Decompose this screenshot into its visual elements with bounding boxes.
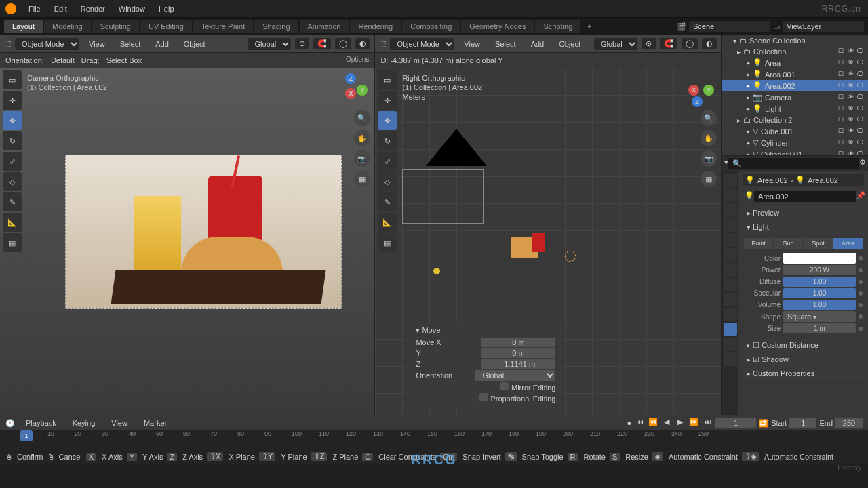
restrict-select-icon[interactable]: ☐ <box>838 105 846 113</box>
hide-icon[interactable]: 👁 <box>848 139 856 147</box>
proportional-checkbox[interactable] <box>479 393 488 401</box>
disable-icon[interactable]: 🖵 <box>857 59 865 67</box>
tool-select-box[interactable]: ▭ <box>3 70 22 89</box>
vp-menu-select-r[interactable]: Select <box>490 37 521 51</box>
ptab-viewlayer[interactable] <box>724 203 737 217</box>
outliner-item[interactable]: ▸ 💡 Area.001☐👁🖵 <box>722 68 868 80</box>
options-dropdown[interactable]: Options <box>346 56 369 63</box>
timeline-editor-icon[interactable]: 🕐 <box>5 419 15 428</box>
ptab-data-light[interactable] <box>724 323 737 336</box>
vp-left-canvas[interactable] <box>0 68 374 415</box>
orientation-select[interactable]: Global <box>248 38 291 50</box>
hide-icon[interactable]: 👁 <box>848 47 856 56</box>
outliner-item[interactable]: ▸ 💡 Area.002☐👁🖵 <box>722 80 868 92</box>
panel-shadow[interactable]: ▸ ☑ Shadow <box>743 353 864 366</box>
tab-layout[interactable]: Layout <box>4 20 43 33</box>
disable-icon[interactable]: 🖵 <box>857 105 865 113</box>
anim-dot[interactable] <box>859 256 863 260</box>
proportional-icon-r[interactable]: ◯ <box>682 38 698 49</box>
tool-measure[interactable]: 📐 <box>3 213 22 232</box>
pan-icon[interactable]: ✋ <box>354 130 370 146</box>
size-value[interactable]: 1 m <box>783 323 856 333</box>
zoom-icon[interactable]: 🔍 <box>354 110 370 126</box>
disable-icon[interactable]: 🖵 <box>857 150 865 157</box>
menu-render[interactable]: Render <box>75 2 111 16</box>
keyframe-next-icon[interactable]: ⏩ <box>688 418 699 428</box>
outliner-item[interactable]: ▸ 📷 Camera☐👁🖵 <box>722 92 868 103</box>
hide-icon[interactable]: 👁 <box>848 94 856 102</box>
jump-end-icon[interactable]: ⏭ <box>702 418 713 428</box>
tool-add-cube-r[interactable]: ▦ <box>378 233 397 252</box>
timeline-editor[interactable]: 🕐 Playback Keying View Marker ● ⏮ ⏪ ◀ ▶ … <box>0 415 868 449</box>
ptab-object[interactable] <box>724 248 737 262</box>
jump-start-icon[interactable]: ⏮ <box>634 418 645 428</box>
menu-file[interactable]: File <box>23 2 46 16</box>
editor-type-icon[interactable]: ⬚ <box>4 39 11 48</box>
viewport-left[interactable]: ⬚ Object Mode View Select Add Object Glo… <box>0 35 375 415</box>
power-value[interactable]: 200 W <box>783 265 856 275</box>
hide-icon[interactable]: 👁 <box>848 82 856 90</box>
vp-menu-add-r[interactable]: Add <box>526 37 550 51</box>
tool-annotate-r[interactable]: ✎ <box>378 192 397 211</box>
lt-sun[interactable]: Sun <box>774 238 803 249</box>
tab-compositing[interactable]: Compositing <box>402 20 460 33</box>
restrict-select-icon[interactable]: ☐ <box>838 47 846 56</box>
outliner-item[interactable]: ▸ ▽ Cylinder.001☐👁🖵 <box>722 148 868 156</box>
ptab-constraints[interactable] <box>724 308 737 321</box>
sync-icon[interactable]: 🔁 <box>759 419 768 428</box>
filter-icon[interactable]: ⚙ <box>859 158 866 169</box>
vp-menu-select[interactable]: Select <box>115 37 146 51</box>
tool-rotate[interactable]: ↻ <box>3 131 22 150</box>
add-workspace-button[interactable]: + <box>582 20 597 33</box>
pivot-icon-r[interactable]: ⊙ <box>642 38 656 49</box>
nav-gizmo-right[interactable]: Z Y X <box>680 73 714 107</box>
light-type-toggle[interactable]: Point Sun Spot Area <box>744 238 863 249</box>
ptab-render[interactable] <box>724 174 737 187</box>
hide-icon[interactable]: 👁 <box>848 127 856 136</box>
anim-dot[interactable] <box>859 291 863 296</box>
disable-icon[interactable]: 🖵 <box>857 94 865 102</box>
disable-icon[interactable]: 🖵 <box>857 70 865 79</box>
tool-cursor-r[interactable]: ✛ <box>378 91 397 110</box>
restrict-select-icon[interactable]: ☐ <box>838 139 846 147</box>
pin-icon[interactable]: 📌 <box>856 191 865 202</box>
snap-icon[interactable]: 🧲 <box>313 38 331 49</box>
axis-x-icon[interactable]: X <box>345 88 356 99</box>
color-swatch[interactable] <box>783 253 856 264</box>
perspective-icon-r[interactable]: ▦ <box>701 171 717 187</box>
move-y-value[interactable]: 0 m <box>481 348 555 358</box>
panel-light[interactable]: ▾ Light <box>743 221 864 234</box>
hide-icon[interactable]: 👁 <box>848 116 856 124</box>
orientation-select-r[interactable]: Global <box>594 38 637 50</box>
lt-area[interactable]: Area <box>833 238 863 249</box>
nav-gizmo-left[interactable]: Z Y X <box>334 73 368 107</box>
outliner[interactable]: ▾ 🗀 Scene Collection ▸ 🗀 Collection☐👁🖵▸ … <box>722 35 868 156</box>
tool-add-cube[interactable]: ▦ <box>3 233 22 252</box>
restrict-select-icon[interactable]: ☐ <box>838 70 846 79</box>
tl-marker[interactable]: Marker <box>138 416 172 430</box>
tool-annotate[interactable]: ✎ <box>3 192 22 211</box>
menu-help[interactable]: Help <box>153 2 180 16</box>
proportional-icon[interactable]: ◯ <box>335 38 351 49</box>
search-input[interactable] <box>728 158 859 169</box>
scene-name-input[interactable] <box>689 21 770 32</box>
ptab-scene[interactable] <box>724 218 737 232</box>
mirror-checkbox[interactable] <box>500 382 509 390</box>
breadcrumb[interactable]: 💡Area.002 › 💡Area.002 <box>743 174 864 186</box>
tab-modeling[interactable]: Modeling <box>44 20 91 33</box>
vp-menu-view[interactable]: View <box>83 37 111 51</box>
restrict-select-icon[interactable]: ☐ <box>838 94 846 102</box>
outliner-item[interactable]: ▸ 🗀 Collection 2☐👁🖵 <box>722 115 868 125</box>
tool-measure-r[interactable]: 📐 <box>378 213 397 232</box>
hide-icon[interactable]: 👁 <box>848 70 856 79</box>
play-icon[interactable]: ▶ <box>675 418 686 428</box>
viewlayer-name-input[interactable] <box>783 21 864 32</box>
tab-rendering[interactable]: Rendering <box>350 20 401 33</box>
camera-icon-r[interactable]: 📷 <box>701 150 717 167</box>
anim-dot[interactable] <box>859 327 863 331</box>
axis-y-icon[interactable]: Y <box>357 85 368 96</box>
perspective-icon[interactable]: ▦ <box>354 171 370 187</box>
tool-cursor[interactable]: ✛ <box>3 91 22 110</box>
shape-select[interactable]: Square ▾ <box>783 311 856 322</box>
tl-playback[interactable]: Playback <box>20 416 62 430</box>
